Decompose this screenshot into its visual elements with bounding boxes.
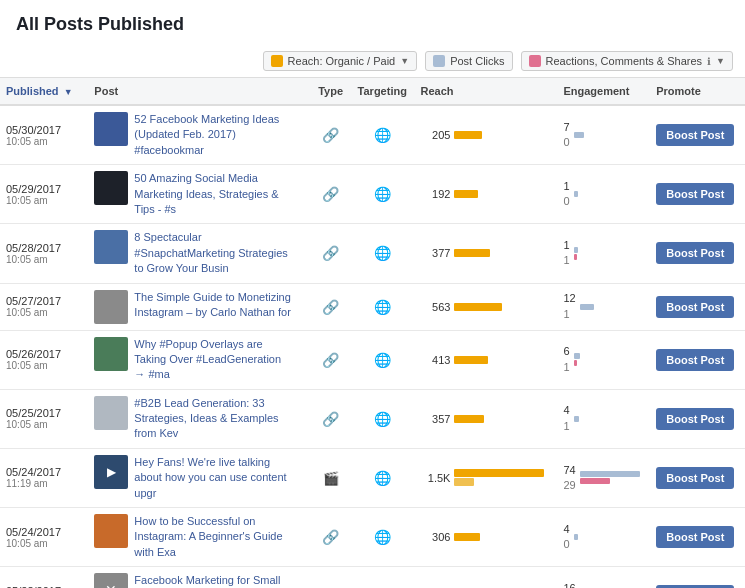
engagement-cell: 1 0 [557, 165, 650, 224]
engagement-bot: 0 [563, 194, 569, 209]
reach-bar-organic [454, 533, 480, 541]
post-title-text[interactable]: Facebook Marketing for Small Business: I… [134, 573, 294, 588]
promote-cell: Boost Post [650, 567, 745, 588]
table-row: 05/26/201710:05 am Why #Popup Overlays a… [0, 330, 745, 389]
targeting-cell: 🌐 [350, 567, 414, 588]
globe-icon: 🌐 [374, 245, 391, 261]
reach-bars [454, 533, 480, 541]
reach-cell: 1.5K [414, 448, 557, 507]
engagement-top: 1 [563, 238, 569, 253]
reach-cell: 205 [414, 105, 557, 165]
post-title-text[interactable]: #B2B Lead Generation: 33 Strategies, Ide… [134, 396, 294, 442]
engagement-bot: 0 [563, 537, 569, 552]
reactions-filter[interactable]: Reactions, Comments & Shares ℹ ▼ [521, 51, 733, 71]
table-row: 05/29/201710:05 am 50 Amazing Social Med… [0, 165, 745, 224]
engagement-cell: 7 0 [557, 105, 650, 165]
post-clicks-filter[interactable]: Post Clicks [425, 51, 512, 71]
reach-bars [454, 131, 482, 139]
engagement-cell: 16 5 [557, 567, 650, 588]
engagement-bars [580, 471, 640, 484]
boost-post-button[interactable]: Boost Post [656, 242, 734, 264]
reach-value: 205 [420, 129, 450, 141]
promote-cell: Boost Post [650, 389, 745, 448]
link-icon: 🔗 [322, 411, 339, 427]
reactions-label: Reactions, Comments & Shares [546, 55, 703, 67]
boost-post-button[interactable]: Boost Post [656, 124, 734, 146]
targeting-cell: 🌐 [350, 105, 414, 165]
page-title: All Posts Published [0, 0, 745, 45]
engagement-bar-clicks [574, 191, 578, 197]
globe-icon: 🌐 [374, 127, 391, 143]
engagement-bars [574, 132, 584, 138]
post-cell: Why #Popup Overlays are Taking Over #Lea… [88, 330, 311, 389]
post-title-text[interactable]: Hey Fans! We're live talking about how y… [134, 455, 294, 501]
engagement-bot: 1 [563, 360, 569, 375]
reach-value: 192 [420, 188, 450, 200]
reactions-info-icon: ℹ [707, 56, 711, 67]
date-cell: 05/24/201710:05 am [0, 508, 88, 567]
col-targeting: Targeting [350, 78, 414, 105]
globe-icon: 🌐 [374, 529, 391, 545]
boost-post-button[interactable]: Boost Post [656, 526, 734, 548]
boost-post-button[interactable]: Boost Post [656, 349, 734, 371]
post-title-text[interactable]: 52 Facebook Marketing Ideas (Updated Feb… [134, 112, 294, 158]
promote-cell: Boost Post [650, 508, 745, 567]
col-published[interactable]: Published ▼ [0, 78, 88, 105]
boost-post-button[interactable]: Boost Post [656, 467, 734, 489]
table-row: 05/23/201710:05 am ✕ Facebook Marketing … [0, 567, 745, 588]
reach-bars [454, 469, 544, 486]
post-thumbnail [94, 112, 128, 146]
post-cell: How to be Successful on Instagram: A Beg… [88, 508, 311, 567]
post-title-text[interactable]: 8 Spectacular #SnapchatMarketing Strateg… [134, 230, 294, 276]
engagement-values: 1 1 [563, 238, 569, 269]
reach-filter[interactable]: Reach: Organic / Paid ▼ [263, 51, 418, 71]
post-thumbnail [94, 514, 128, 548]
engagement-top: 4 [563, 522, 569, 537]
reach-value: 563 [420, 301, 450, 313]
boost-post-button[interactable]: Boost Post [656, 296, 734, 318]
type-cell: 🔗 [311, 508, 350, 567]
date-cell: 05/23/201710:05 am [0, 567, 88, 588]
date-cell: 05/26/201710:05 am [0, 330, 88, 389]
promote-cell: Boost Post [650, 165, 745, 224]
engagement-bar-reactions [574, 360, 577, 366]
reach-value: 1.5K [420, 472, 450, 484]
table-row: 05/25/201710:05 am #B2B Lead Generation:… [0, 389, 745, 448]
post-title-text[interactable]: 50 Amazing Social Media Marketing Ideas,… [134, 171, 294, 217]
engagement-top: 4 [563, 403, 569, 418]
date-cell: 05/30/201710:05 am [0, 105, 88, 165]
link-icon: 🔗 [322, 127, 339, 143]
promote-cell: Boost Post [650, 283, 745, 330]
reach-cell: 489 [414, 567, 557, 588]
boost-post-button[interactable]: Boost Post [656, 408, 734, 430]
reach-bar-organic [454, 131, 482, 139]
promote-cell: Boost Post [650, 448, 745, 507]
boost-post-button[interactable]: Boost Post [656, 183, 734, 205]
reach-value: 306 [420, 531, 450, 543]
reach-cell: 192 [414, 165, 557, 224]
post-thumbnail [94, 171, 128, 205]
engagement-bot: 0 [563, 135, 569, 150]
post-title-text[interactable]: The Simple Guide to Monetizing Instagram… [134, 290, 294, 321]
post-title-text[interactable]: Why #Popup Overlays are Taking Over #Lea… [134, 337, 294, 383]
reach-cell: 563 [414, 283, 557, 330]
reactions-chevron-icon: ▼ [716, 56, 725, 66]
globe-icon: 🌐 [374, 186, 391, 202]
targeting-cell: 🌐 [350, 508, 414, 567]
targeting-cell: 🌐 [350, 165, 414, 224]
targeting-cell: 🌐 [350, 283, 414, 330]
engagement-bars [574, 416, 579, 422]
post-thumbnail [94, 290, 128, 324]
reach-bars [454, 303, 502, 311]
reach-cell: 306 [414, 508, 557, 567]
engagement-top: 16 [563, 581, 575, 588]
post-thumbnail: ✕ [94, 573, 128, 588]
post-cell: 52 Facebook Marketing Ideas (Updated Feb… [88, 105, 311, 165]
table-row: 05/24/201711:19 am ▶ Hey Fans! We're liv… [0, 448, 745, 507]
post-thumbnail [94, 396, 128, 430]
reach-bar-organic [454, 303, 502, 311]
engagement-cell: 6 1 [557, 330, 650, 389]
promote-cell: Boost Post [650, 105, 745, 165]
posts-table: Published ▼ Post Type Targeting Reach En… [0, 78, 745, 588]
post-title-text[interactable]: How to be Successful on Instagram: A Beg… [134, 514, 294, 560]
